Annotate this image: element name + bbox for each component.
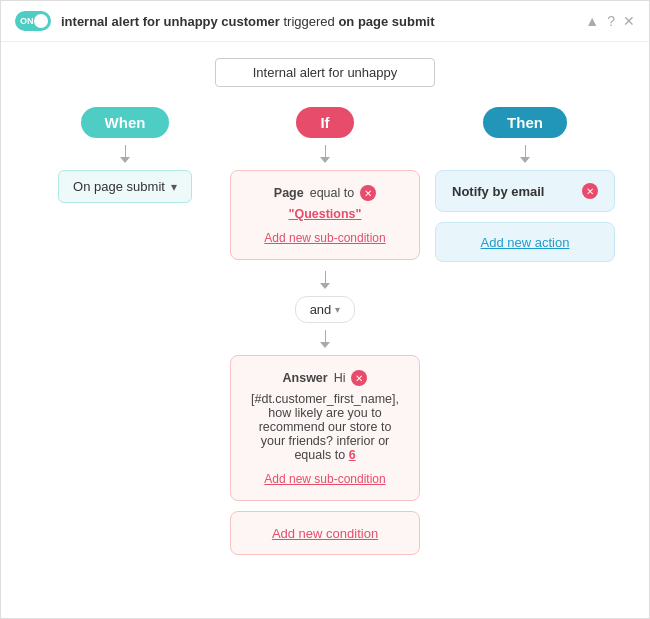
and-connector[interactable]: and ▾ <box>295 296 356 323</box>
header: ON internal alert for unhappy customer t… <box>1 1 649 42</box>
condition2-add-sub-link[interactable]: Add new sub-condition <box>247 472 403 486</box>
toggle-label: ON <box>20 16 34 26</box>
condition1-equal-text: equal to <box>310 186 354 200</box>
close-icon[interactable]: ✕ <box>623 13 635 29</box>
when-arrow <box>120 142 130 166</box>
condition-box-1: Page equal to ✕ "Questions" Add new sub-… <box>230 170 420 260</box>
header-title-bold1: internal alert for unhappy customer <box>61 14 280 29</box>
trigger-box[interactable]: On page submit ▾ <box>58 170 192 203</box>
add-condition-link[interactable]: Add new condition <box>272 526 378 541</box>
action-box[interactable]: Notify by email ✕ <box>435 170 615 212</box>
condition1-value-link[interactable]: "Questions" <box>289 207 362 221</box>
subtitle-input[interactable] <box>215 58 435 87</box>
toggle-knob <box>34 14 48 28</box>
condition1-remove-button[interactable]: ✕ <box>360 185 376 201</box>
condition2-hi-text: Hi <box>334 371 346 385</box>
and-arrow-top <box>320 268 330 292</box>
then-pill[interactable]: Then <box>483 107 567 138</box>
header-title-middle: triggered <box>280 14 339 29</box>
header-title-bold2: on page submit <box>338 14 434 29</box>
subtitle-bar <box>1 42 649 97</box>
condition2-header: Answer Hi ✕ <box>247 370 403 386</box>
then-arrow <box>520 142 530 166</box>
on-off-toggle[interactable]: ON <box>15 11 51 31</box>
help-icon[interactable]: ? <box>607 13 615 29</box>
trigger-dropdown-icon: ▾ <box>171 180 177 194</box>
add-condition-box: Add new condition <box>230 511 420 555</box>
condition1-header: Page equal to ✕ <box>247 185 403 201</box>
if-pill[interactable]: If <box>296 107 353 138</box>
condition2-answer-label: Answer <box>283 371 328 385</box>
condition2-full-text: [#dt.customer_first_name], how likely ar… <box>251 392 399 462</box>
condition-box-2: Answer Hi ✕ [#dt.customer_first_name], h… <box>230 355 420 501</box>
condition1-add-sub-link[interactable]: Add new sub-condition <box>247 231 403 245</box>
add-action-link[interactable]: Add new action <box>481 235 570 250</box>
condition2-remove-button[interactable]: ✕ <box>351 370 367 386</box>
action-remove-button[interactable]: ✕ <box>582 183 598 199</box>
flow-area: When On page submit ▾ If Page equal to ✕… <box>1 97 649 618</box>
and-dropdown-icon: ▾ <box>335 304 340 315</box>
condition2-number: 6 <box>349 448 356 462</box>
if-column: If Page equal to ✕ "Questions" Add new s… <box>225 107 425 555</box>
condition2-body-text: [#dt.customer_first_name], how likely ar… <box>247 392 403 462</box>
when-column: When On page submit ▾ <box>25 107 225 203</box>
and-arrow-bottom <box>320 327 330 351</box>
when-pill[interactable]: When <box>81 107 170 138</box>
header-title: internal alert for unhappy customer trig… <box>61 14 575 29</box>
action-label: Notify by email <box>452 184 544 199</box>
condition1-page-label: Page <box>274 186 304 200</box>
then-column: Then Notify by email ✕ Add new action <box>425 107 625 262</box>
add-action-box: Add new action <box>435 222 615 262</box>
if-arrow1 <box>320 142 330 166</box>
up-icon[interactable]: ▲ <box>585 13 599 29</box>
header-actions: ▲ ? ✕ <box>585 13 635 29</box>
toggle-wrap[interactable]: ON <box>15 11 51 31</box>
trigger-label: On page submit <box>73 179 165 194</box>
and-label: and <box>310 302 332 317</box>
